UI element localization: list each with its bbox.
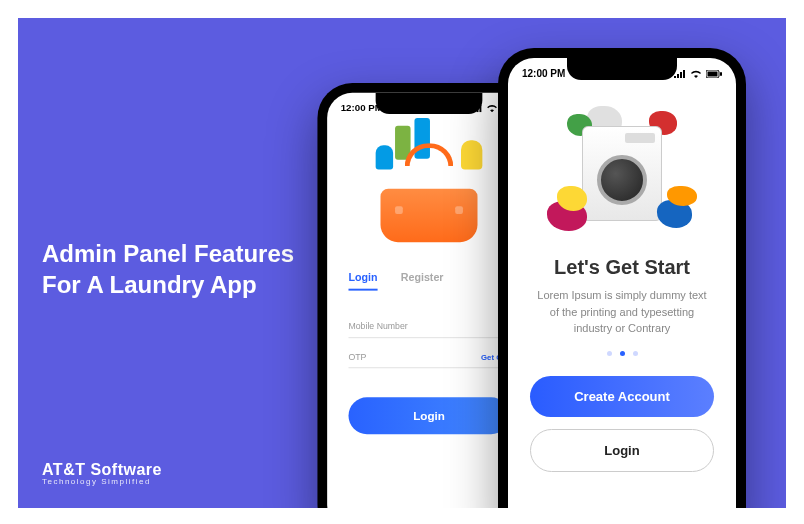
onboarding-description: Lorem Ipsum is simply dummy text of the … xyxy=(508,279,736,337)
phone-onboarding-mockup: 12:00 PM Let's Get Start Lorem Ip xyxy=(498,48,746,508)
dot-2[interactable] xyxy=(620,351,625,356)
login-button[interactable]: Login xyxy=(530,429,714,472)
status-time: 12:00 PM xyxy=(522,68,565,79)
notch xyxy=(567,58,677,80)
notch xyxy=(376,93,483,114)
headline-line-1: Admin Panel Features xyxy=(42,238,294,269)
status-icons xyxy=(674,70,722,78)
dot-3[interactable] xyxy=(633,351,638,356)
onboarding-title: Let's Get Start xyxy=(508,256,736,279)
tab-register[interactable]: Register xyxy=(401,271,444,290)
wifi-icon xyxy=(486,104,498,112)
create-account-button[interactable]: Create Account xyxy=(530,376,714,417)
dot-1[interactable] xyxy=(607,351,612,356)
mobile-field[interactable]: Mobile Number xyxy=(348,308,509,338)
onboarding-illustration xyxy=(508,82,736,252)
svg-rect-4 xyxy=(708,71,718,76)
phone-onboarding-screen: 12:00 PM Let's Get Start Lorem Ip xyxy=(508,58,736,508)
headline-line-2: For A Laundry App xyxy=(42,269,294,300)
hero-panel: Admin Panel Features For A Laundry App A… xyxy=(18,18,786,508)
mobile-label: Mobile Number xyxy=(348,322,407,332)
wifi-icon xyxy=(690,70,702,78)
laundry-basket-icon xyxy=(371,155,487,242)
tab-login[interactable]: Login xyxy=(348,271,377,290)
page-indicator xyxy=(508,351,736,356)
login-button[interactable]: Login xyxy=(348,397,509,434)
promo-card: Admin Panel Features For A Laundry App A… xyxy=(0,0,804,524)
svg-rect-5 xyxy=(720,72,722,76)
brand-block: AT&T Software Technology Simplified xyxy=(42,461,162,486)
otp-field[interactable]: OTP Get Otp xyxy=(348,338,509,368)
battery-icon xyxy=(706,70,722,78)
brand-tagline: Technology Simplified xyxy=(42,477,162,486)
otp-label: OTP xyxy=(348,352,366,362)
headline: Admin Panel Features For A Laundry App xyxy=(42,238,294,300)
washing-machine-icon xyxy=(547,106,697,236)
